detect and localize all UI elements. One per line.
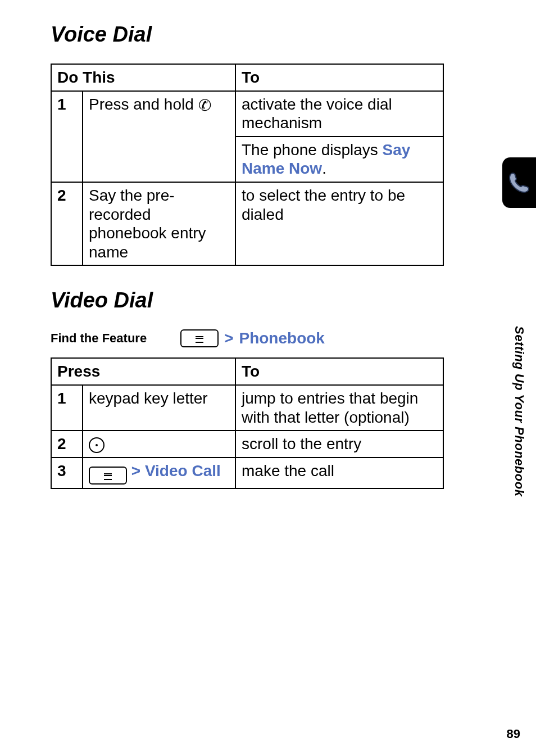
header-to: To — [235, 64, 443, 91]
section-title-voice-dial: Voice Dial — [51, 22, 485, 47]
table-row: 1 keypad key letter jump to entries that… — [51, 385, 443, 431]
find-the-feature-value: > Phonebook — [180, 329, 325, 347]
phone-icon — [506, 170, 532, 196]
dpad-icon — [89, 437, 105, 453]
row-result: jump to entries that begin with that let… — [235, 385, 443, 431]
row-number-blank — [51, 137, 83, 182]
menu-key-lines-icon — [104, 475, 112, 476]
chevron: > — [131, 462, 140, 479]
header-press: Press — [51, 358, 235, 385]
row-number: 3 — [51, 458, 83, 488]
menu-key-icon — [89, 467, 127, 485]
row-action: > Video Call — [83, 458, 235, 488]
row-number: 2 — [51, 182, 83, 265]
video-dial-table: Press To 1 keypad key letter jump to ent… — [51, 357, 444, 488]
table-header-row: Press To — [51, 358, 443, 385]
row-action: Say the pre-recorded phonebook entry nam… — [83, 182, 235, 265]
find-the-feature-line: Find the Feature > Phonebook — [51, 329, 485, 347]
table-row: 1 Press and hold ✆ activate the voice di… — [51, 91, 443, 137]
table-row: 3 > Video Call make the call — [51, 458, 443, 488]
side-vertical-label: Setting Up Your Phonebook — [512, 326, 526, 496]
header-to: To — [235, 358, 443, 385]
table-row: 2 Say the pre-recorded phonebook entry n… — [51, 182, 443, 265]
row-action: Press and hold ✆ — [83, 91, 235, 137]
chevron: > — [224, 329, 233, 347]
row-action — [83, 431, 235, 458]
action-text: Press and hold — [89, 96, 194, 113]
row-number: 1 — [51, 91, 83, 137]
ui-label: Video Call — [145, 462, 221, 479]
table-header-row: Do This To — [51, 64, 443, 91]
menu-key-lines-icon — [196, 338, 203, 339]
menu-key-icon — [180, 329, 219, 347]
row-result: scroll to the entry — [235, 431, 443, 458]
row-action: keypad key letter — [83, 385, 235, 431]
row-number: 1 — [51, 385, 83, 431]
row-action-blank — [83, 137, 235, 182]
page: Voice Dial Do This To 1 Press and hold ✆… — [0, 0, 536, 756]
side-band: Setting Up Your Phonebook — [502, 157, 536, 618]
row-result: The phone displays Say Name Now. — [235, 137, 443, 182]
row-number: 2 — [51, 431, 83, 458]
find-the-feature-label: Find the Feature — [51, 331, 147, 346]
row-result: activate the voice dial mechanism — [235, 91, 443, 137]
section-title-video-dial: Video Dial — [51, 288, 485, 313]
table-row: 2 scroll to the entry — [51, 431, 443, 458]
result-post: . — [322, 160, 326, 177]
row-result: make the call — [235, 458, 443, 488]
row-result: to select the entry to be dialed — [235, 182, 443, 265]
phone-badge — [502, 157, 536, 208]
handset-icon: ✆ — [198, 98, 211, 114]
table-row: The phone displays Say Name Now. — [51, 137, 443, 182]
header-do-this: Do This — [51, 64, 235, 91]
result-pre: The phone displays — [242, 141, 383, 159]
page-number: 89 — [507, 727, 520, 741]
voice-dial-table: Do This To 1 Press and hold ✆ activate t… — [51, 64, 444, 266]
feature-target: Phonebook — [239, 329, 324, 347]
